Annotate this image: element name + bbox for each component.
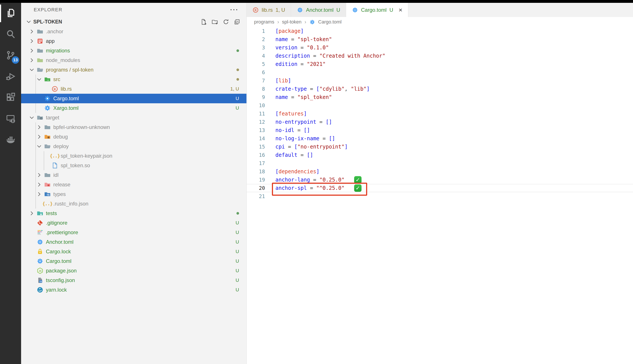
json-icon: {..} xyxy=(51,152,59,160)
chevron-down-icon[interactable] xyxy=(27,66,36,74)
tree-item-label: deploy xyxy=(53,143,69,150)
breadcrumb-programs[interactable]: programs xyxy=(254,19,274,25)
chevron-right-icon[interactable] xyxy=(27,210,36,217)
chevron-right-icon[interactable] xyxy=(35,171,44,179)
chevron-right-icon[interactable] xyxy=(35,181,44,188)
tree-item-label: .prettierignore xyxy=(46,230,78,236)
code-editor[interactable]: 1[package]2name = "spl-token"3version = … xyxy=(247,27,633,200)
new-file-icon[interactable] xyxy=(200,18,207,25)
tree-item-package-json[interactable]: JSpackage.jsonU xyxy=(21,266,246,276)
tree-item-idl[interactable]: idl xyxy=(21,170,246,180)
code-line-7[interactable]: 7[lib] xyxy=(247,76,633,85)
code-line-4[interactable]: 4description = "Created with Anchor" xyxy=(247,52,633,60)
tree-item-tests[interactable]: tests xyxy=(21,208,246,218)
more-actions-icon[interactable]: ··· xyxy=(230,6,239,14)
code-line-2[interactable]: 2name = "spl-token" xyxy=(247,35,633,44)
code-line-5[interactable]: 5edition = "2021" xyxy=(247,60,633,68)
code-line-9[interactable]: 9name = "spl_token" xyxy=(247,93,633,101)
tree-item--rustc-info-json[interactable]: {..}.rustc_info.json xyxy=(21,199,246,208)
code-line-10[interactable]: 10 xyxy=(247,101,633,110)
tree-item--prettierignore[interactable]: .prettierignoreU xyxy=(21,228,246,237)
breadcrumb-file[interactable]: Cargo.toml xyxy=(318,19,342,25)
tree-item-cargo-lock[interactable]: Cargo.lockU xyxy=(21,247,246,256)
tree-item-src[interactable]: ‹›src xyxy=(21,74,246,84)
new-folder-icon[interactable] xyxy=(211,18,218,25)
activity-bar-item-remote-explorer[interactable] xyxy=(0,108,21,130)
code-line-13[interactable]: 13no-idl = [] xyxy=(247,126,633,134)
activity-bar-item-run-debug[interactable] xyxy=(0,66,21,87)
chevron-right-icon[interactable] xyxy=(35,133,44,140)
code-line-3[interactable]: 3version = "0.1.0" xyxy=(247,44,633,52)
tree-item-cargo-toml[interactable]: Cargo.tomlU xyxy=(21,94,246,103)
chevron-right-icon[interactable] xyxy=(27,47,36,54)
tree-item-lib-rs[interactable]: Rlib.rs1, U xyxy=(21,84,246,94)
tree-item-deploy[interactable]: deploy xyxy=(21,142,246,151)
activity-bar-item-explorer[interactable] xyxy=(0,3,21,24)
tree-item-cargo-toml[interactable]: Cargo.tomlU xyxy=(21,256,246,266)
code-line-content: crate-type = ["cdylib", "lib"] xyxy=(275,85,370,93)
chevron-down-icon[interactable] xyxy=(27,114,36,121)
code-line-15[interactable]: 15cpi = ["no-entrypoint"] xyxy=(247,143,633,151)
app-icon xyxy=(36,38,44,45)
git-status-badge: U xyxy=(236,258,246,264)
code-line-18[interactable]: 18[dependencies] xyxy=(247,168,633,176)
code-line-11[interactable]: 11[features] xyxy=(247,110,633,118)
tree-item-debug[interactable]: debug xyxy=(21,132,246,142)
code-line-16[interactable]: 16default = [] xyxy=(247,151,633,159)
refresh-icon[interactable] xyxy=(223,18,229,25)
chevron-right-icon[interactable] xyxy=(27,56,36,64)
tree-item-release[interactable]: release xyxy=(21,180,246,190)
tree-item-label: debug xyxy=(53,134,68,140)
tree-item-migrations[interactable]: migrations xyxy=(21,46,246,56)
tree-item-label: .rustc_info.json xyxy=(53,201,88,207)
code-line-content: name = "spl_token" xyxy=(275,93,332,101)
code-line-19[interactable]: 19anchor-lang = "0.25.0"✓ xyxy=(247,176,633,184)
tree-item-tsconfig-json[interactable]: TStsconfig.jsonU xyxy=(21,276,246,285)
tab-anchor-toml[interactable]: Anchor.toml U xyxy=(291,3,346,17)
activity-bar-item-source-control[interactable]: 13 xyxy=(0,45,21,66)
activity-bar-item-search[interactable] xyxy=(0,24,21,45)
tree-item-target[interactable]: target xyxy=(21,113,246,122)
line-number: 4 xyxy=(247,52,265,60)
chevron-right-icon[interactable] xyxy=(27,28,36,35)
code-line-21[interactable]: 21 xyxy=(247,192,633,200)
tree-item-programs-spl-token[interactable]: programs / spl-token xyxy=(21,65,246,74)
chevron-down-icon[interactable] xyxy=(24,18,33,26)
tree-item-types[interactable]: TStypes xyxy=(21,190,246,199)
tree-item-spl-token-keypair-json[interactable]: {..}spl_token-keypair.json xyxy=(21,151,246,161)
tab-lib-rs[interactable]: R lib.rs 1, U xyxy=(247,3,291,17)
line-number: 2 xyxy=(247,35,265,44)
chevron-down-icon[interactable] xyxy=(35,76,44,83)
tree-item--gitignore[interactable]: .gitignoreU xyxy=(21,218,246,228)
tab-cargo-toml[interactable]: Cargo.toml U × xyxy=(346,3,408,17)
tree-item-node-modules[interactable]: node_modules xyxy=(21,56,246,65)
code-line-8[interactable]: 8crate-type = ["cdylib", "lib"] xyxy=(247,85,633,93)
code-line-1[interactable]: 1[package] xyxy=(247,27,633,35)
folder-gray-icon xyxy=(44,171,51,179)
tree-item-spl-token-so[interactable]: spl_token.so xyxy=(21,161,246,170)
collapse-all-icon[interactable] xyxy=(234,18,240,25)
tree-item-app[interactable]: app xyxy=(21,36,246,46)
code-line-content: name = "spl-token" xyxy=(275,35,332,44)
tree-item--anchor[interactable]: .anchor xyxy=(21,27,246,36)
tree-item-anchor-toml[interactable]: Anchor.tomlU xyxy=(21,237,246,247)
close-icon[interactable]: × xyxy=(398,7,402,13)
code-line-17[interactable]: 17 xyxy=(247,159,633,168)
chevron-right-icon[interactable] xyxy=(35,124,44,131)
code-line-20[interactable]: 20anchor-spl = "^0.25.0"✓ xyxy=(247,184,633,192)
folder-open-gray-icon xyxy=(36,66,44,74)
code-line-14[interactable]: 14no-log-ix-name = [] xyxy=(247,134,633,143)
tree-item-bpfel-unknown-unknown[interactable]: bpfel-unknown-unknown xyxy=(21,122,246,132)
code-line-6[interactable]: 6 xyxy=(247,68,633,76)
breadcrumb-spl-token[interactable]: spl-token xyxy=(282,19,301,25)
chevron-right-icon[interactable] xyxy=(27,38,36,45)
chevron-right-icon[interactable] xyxy=(35,190,44,198)
chevron-down-icon[interactable] xyxy=(35,143,44,150)
activity-bar-item-extensions[interactable] xyxy=(0,87,21,108)
activity-bar-item-docker[interactable] xyxy=(0,130,21,150)
folder-gray-icon xyxy=(44,124,51,131)
tree-item-xargo-toml[interactable]: Xargo.tomlU xyxy=(21,103,246,113)
tree-item-yarn-lock[interactable]: yarn.lockU xyxy=(21,285,246,295)
explorer-section-header[interactable]: SPL-TOKEN xyxy=(21,17,246,27)
code-line-12[interactable]: 12no-entrypoint = [] xyxy=(247,118,633,126)
